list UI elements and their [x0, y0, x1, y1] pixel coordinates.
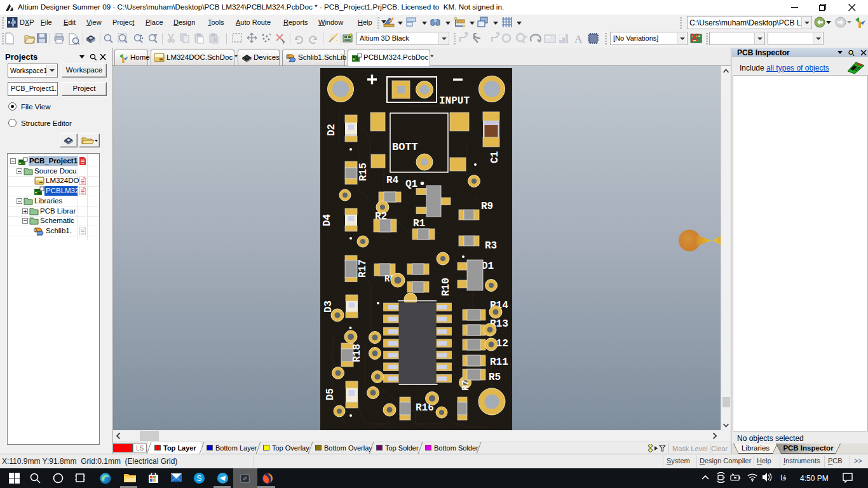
svg-text:A: A: [574, 33, 583, 45]
svg-text:R5: R5: [489, 372, 501, 383]
svg-text:R3: R3: [485, 240, 497, 252]
svg-text:S: S: [197, 474, 202, 483]
svg-text:R17: R17: [357, 259, 369, 278]
svg-text:Q1: Q1: [405, 179, 417, 190]
svg-text:D1: D1: [482, 261, 494, 272]
svg-text:R18: R18: [351, 344, 363, 362]
svg-text:R7: R7: [461, 380, 471, 391]
svg-text:R4: R4: [386, 175, 399, 186]
svg-text:R1: R1: [413, 218, 425, 229]
svg-text:R9: R9: [481, 201, 493, 212]
svg-text:D4: D4: [322, 214, 333, 226]
svg-text:INPUT: INPUT: [439, 95, 470, 107]
svg-text:R15: R15: [358, 163, 369, 181]
svg-text:D5: D5: [325, 388, 336, 400]
svg-text:R11: R11: [490, 356, 508, 368]
svg-text:C1: C1: [489, 151, 501, 163]
svg-text:R10: R10: [440, 278, 452, 296]
svg-text:BOTT: BOTT: [392, 141, 418, 153]
svg-text:D2: D2: [326, 124, 337, 136]
